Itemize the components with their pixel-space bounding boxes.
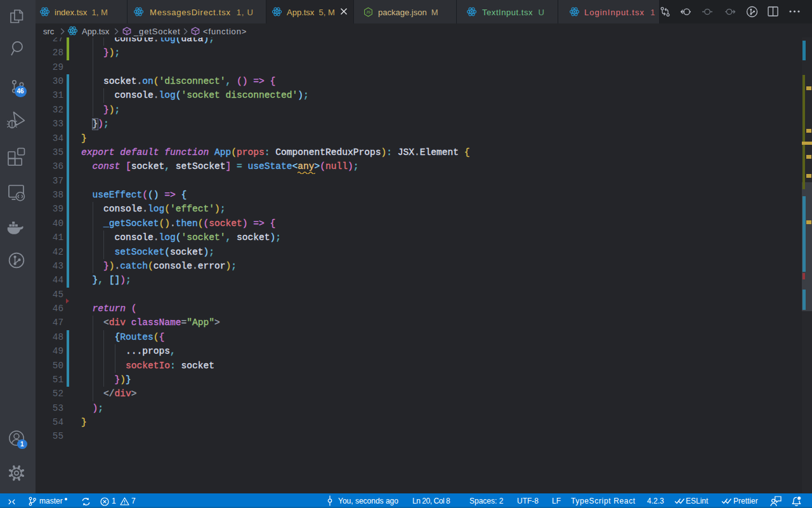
- svg-text:JS: JS: [366, 10, 370, 14]
